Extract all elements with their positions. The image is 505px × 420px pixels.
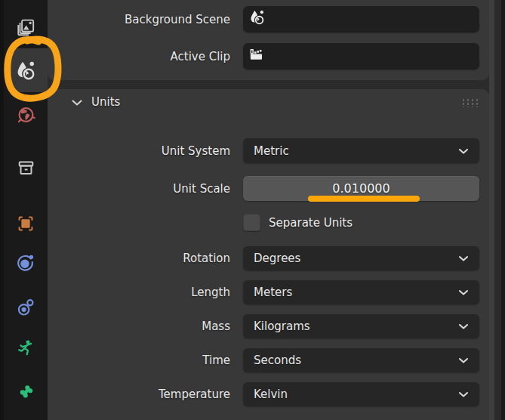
object-icon: [16, 214, 35, 233]
tab-bone[interactable]: [4, 373, 48, 408]
constraints-icon: [16, 298, 35, 317]
background-scene-field[interactable]: [243, 6, 479, 32]
unit-scale-value[interactable]: 0.010000: [243, 176, 479, 201]
rotation-label: Rotation: [48, 252, 230, 265]
rotation-row: Rotation Degrees: [48, 246, 479, 270]
scrollbar-thumb[interactable]: [489, 0, 494, 420]
scrollbar-track: [494, 0, 501, 420]
chevron-down-icon: [458, 354, 469, 367]
units-panel: Units Unit System Metric Unit Scale 0.01…: [48, 89, 489, 420]
unit-scale-row: Unit Scale 0.010000: [48, 176, 479, 201]
chevron-down-icon: [458, 388, 469, 401]
temperature-row: Temperature Kelvin: [48, 382, 479, 406]
bone-icon: [16, 381, 35, 400]
armature-icon: [16, 338, 35, 358]
mass-value: Kilograms: [254, 320, 310, 333]
length-row: Length Meters: [48, 280, 479, 304]
background-scene-row: Background Scene: [48, 6, 479, 32]
unit-system-dropdown[interactable]: Metric: [243, 138, 479, 163]
physics-icon: [16, 253, 35, 273]
tab-object[interactable]: [4, 206, 48, 241]
drag-grip-icon[interactable]: [461, 97, 479, 107]
movie-clip-icon: [248, 46, 266, 66]
world-icon: [16, 105, 36, 125]
active-clip-row: Active Clip: [48, 43, 479, 69]
chevron-down-icon: [458, 320, 469, 333]
tab-scene[interactable]: [4, 53, 48, 89]
chevron-down-icon: [458, 144, 469, 158]
unit-system-label: Unit System: [48, 144, 230, 158]
length-dropdown[interactable]: Meters: [243, 280, 479, 304]
background-scene-label: Background Scene: [48, 13, 230, 26]
active-clip-label: Active Clip: [48, 50, 230, 63]
rotation-value: Degrees: [254, 252, 300, 265]
tab-object-data-armature[interactable]: [4, 331, 48, 366]
properties-main-area: Background Scene Active Cl: [48, 0, 489, 420]
collection-box-icon: [16, 158, 36, 178]
blender-properties-editor: Background Scene Active Cl: [0, 0, 505, 420]
mass-label: Mass: [48, 320, 230, 333]
unit-system-value: Metric: [254, 144, 289, 158]
length-label: Length: [48, 286, 230, 299]
tab-view-layer[interactable]: [4, 10, 48, 45]
scene-icon: [248, 9, 266, 29]
scene-icon: [14, 60, 37, 82]
time-label: Time: [48, 354, 230, 367]
view-layer-icon: [16, 17, 36, 38]
time-value: Seconds: [254, 354, 301, 367]
chevron-down-icon: [458, 252, 469, 265]
tab-collection[interactable]: [4, 150, 48, 185]
separate-units-label[interactable]: Separate Units: [269, 216, 353, 230]
properties-tab-bar: [4, 0, 48, 420]
temperature-label: Temperature: [48, 388, 230, 401]
mass-dropdown[interactable]: Kilograms: [243, 314, 479, 338]
length-value: Meters: [254, 286, 292, 299]
scene-panel: Background Scene Active Cl: [48, 0, 489, 80]
temperature-dropdown[interactable]: Kelvin: [243, 382, 479, 406]
chevron-down-icon: [458, 286, 469, 299]
time-dropdown[interactable]: Seconds: [243, 348, 479, 372]
units-panel-header[interactable]: Units: [48, 89, 489, 115]
active-clip-field[interactable]: [243, 43, 479, 69]
unit-system-row: Unit System Metric: [48, 138, 479, 163]
editor-right-border: [501, 0, 505, 420]
chevron-down-icon: [71, 95, 83, 110]
temperature-value: Kelvin: [254, 388, 288, 401]
time-row: Time Seconds: [48, 348, 479, 372]
mass-row: Mass Kilograms: [48, 314, 479, 338]
tab-physics[interactable]: [4, 246, 48, 280]
separate-units-row: Separate Units: [48, 213, 479, 232]
tab-constraints[interactable]: [4, 290, 48, 325]
unit-scale-label: Unit Scale: [48, 182, 230, 196]
units-panel-title: Units: [91, 95, 120, 109]
tab-world[interactable]: [4, 97, 48, 132]
separate-units-checkbox[interactable]: [243, 214, 260, 231]
rotation-dropdown[interactable]: Degrees: [243, 246, 479, 270]
